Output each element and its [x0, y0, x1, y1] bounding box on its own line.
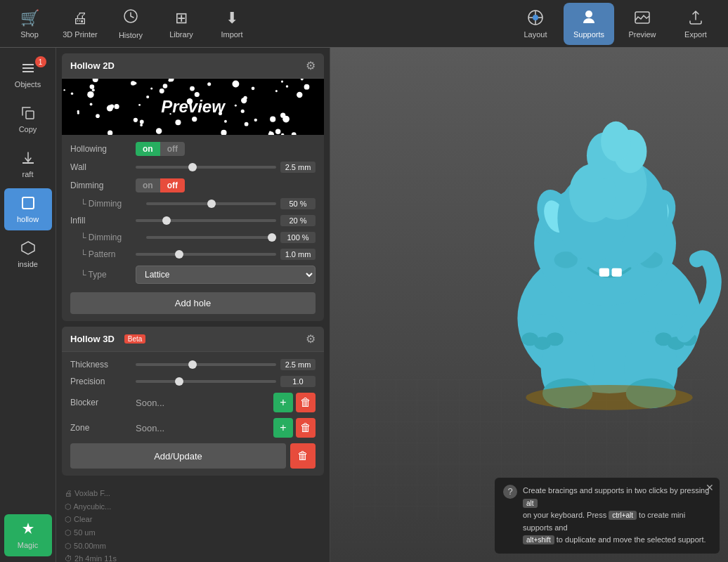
- nav-shop[interactable]: 🛒 Shop: [7, 3, 52, 45]
- hollow-icon: [20, 195, 36, 212]
- add-hole-btn[interactable]: Add hole: [70, 292, 316, 314]
- pattern-value: 1.0 mm: [280, 249, 316, 260]
- hollow3d-gear[interactable]: ⚙: [306, 332, 316, 346]
- sidebar-hollow[interactable]: hollow: [4, 188, 52, 230]
- inside-label: inside: [18, 260, 38, 268]
- hollowing-off-btn[interactable]: off: [160, 142, 185, 156]
- sidebar-inside[interactable]: inside: [4, 233, 52, 275]
- nav-3dprinter[interactable]: 🖨 3D Printer: [58, 3, 103, 45]
- bottom-info: 🖨 Voxlab F... ⬡ Anycubic... ⬡ Clear ⬡ 50…: [56, 481, 330, 562]
- thickness-row: Thickness 2.5 mm: [70, 359, 316, 370]
- infill-dimming-slider[interactable]: [146, 236, 276, 239]
- add-update-btn[interactable]: Add/Update: [70, 443, 286, 469]
- blocker-del-btn[interactable]: 🗑: [296, 393, 316, 412]
- add-update-row: Add/Update 🗑: [70, 443, 316, 469]
- hollowing-toggle: on off: [136, 142, 185, 156]
- hollow3d-delete-btn[interactable]: 🗑: [290, 443, 316, 469]
- zone-soon: Soon...: [136, 423, 268, 433]
- precision-slider[interactable]: [136, 380, 276, 383]
- nav-supports[interactable]: Supports: [564, 3, 614, 45]
- thickness-slider-container: 2.5 mm: [136, 359, 316, 370]
- hollow2d-section: Hollow 2D ⚙ Preview Hollowing on off: [62, 53, 324, 321]
- sidebar-objects[interactable]: 1 Objects: [4, 53, 52, 96]
- dimming-sub-slider-container: 50 %: [146, 198, 316, 209]
- pokemon-model: [476, 83, 728, 420]
- dimming-sub-row: └ Dimming 50 %: [70, 198, 316, 209]
- nav-export[interactable]: Export: [670, 3, 721, 45]
- magic-icon: [20, 521, 36, 538]
- hollow3d-header: Hollow 3D Beta ⚙: [62, 327, 324, 352]
- kbd-alt: alt: [523, 499, 538, 508]
- type-row: └ Type Lattice Grid Honeycomb: [70, 266, 316, 284]
- svg-point-7: [585, 11, 592, 18]
- hollow3d-content: Thickness 2.5 mm Precision 1.0: [62, 352, 324, 476]
- dimming-sub-value: 50 %: [280, 198, 316, 209]
- sidebar-raft[interactable]: raft: [4, 143, 52, 185]
- hollowing-label: Hollowing: [70, 144, 130, 154]
- wall-slider[interactable]: [136, 166, 276, 169]
- dimming-off-btn[interactable]: off: [160, 178, 185, 192]
- infill-dimming-slider-container: 100 %: [146, 232, 316, 243]
- top-nav-left: 🛒 Shop 🖨 3D Printer History ⊞ Library ⬇ …: [7, 3, 254, 45]
- raft-icon: [20, 150, 36, 167]
- blocker-label: Blocker: [70, 398, 130, 407]
- copy-label: Copy: [19, 125, 37, 133]
- blocker-actions: + 🗑: [273, 393, 316, 412]
- hollow2d-gear[interactable]: ⚙: [306, 59, 316, 72]
- svg-rect-32: [599, 268, 609, 277]
- sidebar-copy[interactable]: Copy: [4, 98, 52, 140]
- thickness-value: 2.5 mm: [280, 359, 316, 370]
- info-resin2: ⬡ Clear: [65, 513, 321, 526]
- tooltip-content: Create bracings and supports in two clic…: [523, 485, 711, 547]
- nav-import[interactable]: ⬇ Import: [209, 3, 254, 45]
- hollowing-on-btn[interactable]: on: [136, 142, 160, 156]
- library-label: Library: [169, 30, 193, 39]
- tooltip-close-btn[interactable]: ✕: [706, 482, 714, 493]
- kbd-ctrlalt: ctrl+alt: [609, 511, 637, 520]
- info-time: ⏱ 2h 4min 11s: [65, 552, 321, 562]
- nav-library[interactable]: ⊞ Library: [159, 3, 204, 45]
- preview-box: Preview: [62, 79, 324, 135]
- top-nav-right: Layout Supports Preview: [510, 3, 721, 45]
- hollow3d-badge: Beta: [124, 334, 146, 344]
- nav-layout[interactable]: Layout: [510, 3, 561, 45]
- pattern-slider[interactable]: [136, 253, 276, 256]
- objects-badge: 1: [35, 56, 46, 67]
- export-icon: [687, 9, 704, 27]
- sidebar-magic[interactable]: Magic: [4, 514, 52, 556]
- preview-label: Preview: [628, 30, 656, 39]
- viewport[interactable]: ? Create bracings and supports in two cl…: [330, 48, 728, 562]
- dimming-sub-slider[interactable]: [146, 202, 276, 205]
- tooltip-box: ? Create bracings and supports in two cl…: [495, 478, 720, 554]
- zone-del-btn[interactable]: 🗑: [296, 418, 316, 438]
- import-label: Import: [221, 30, 242, 39]
- layout-icon: [527, 9, 544, 27]
- info-printer: 🖨 Voxlab F...: [65, 487, 321, 500]
- infill-slider[interactable]: [136, 219, 276, 222]
- dimming-row: Dimming on off: [70, 178, 316, 192]
- svg-rect-12: [26, 111, 34, 119]
- pattern-slider-container: 1.0 mm: [136, 249, 316, 260]
- infill-dimming-row: └ Dimming 100 %: [70, 232, 316, 243]
- thickness-slider[interactable]: [136, 363, 276, 366]
- zone-add-btn[interactable]: +: [273, 418, 293, 438]
- import-icon: ⬇: [226, 9, 238, 27]
- hollow3d-section: Hollow 3D Beta ⚙ Thickness 2.5 mm Precis…: [62, 327, 324, 476]
- shop-icon: 🛒: [20, 9, 39, 27]
- nav-history[interactable]: History: [108, 3, 153, 45]
- precision-slider-container: 1.0: [136, 376, 316, 387]
- blocker-add-btn[interactable]: +: [273, 393, 293, 412]
- svg-point-2: [533, 15, 538, 20]
- type-select[interactable]: Lattice Grid Honeycomb: [136, 266, 316, 284]
- dimming-on-btn[interactable]: on: [136, 178, 160, 192]
- hollow-label: hollow: [17, 215, 39, 223]
- nav-preview[interactable]: Preview: [617, 3, 668, 45]
- hollow2d-header: Hollow 2D ⚙: [62, 53, 324, 79]
- history-icon: [123, 8, 138, 28]
- layout-label: Layout: [524, 30, 547, 39]
- preview-text: Preview: [161, 97, 225, 117]
- info-resin1: ⬡ Anycubic...: [65, 500, 321, 514]
- export-label: Export: [684, 30, 707, 39]
- inside-icon: [20, 240, 36, 257]
- infill-label: Infill: [70, 216, 130, 226]
